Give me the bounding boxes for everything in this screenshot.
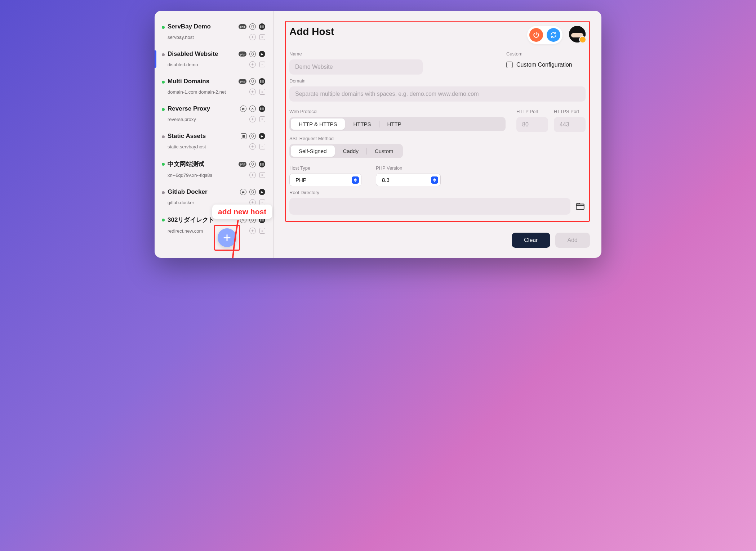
callout-add-new-host: add new host xyxy=(212,205,272,219)
status-dot xyxy=(162,26,165,29)
https-port-label: HTTPS Port xyxy=(554,109,586,114)
custom-config-checkbox[interactable] xyxy=(506,62,513,68)
note-icon[interactable]: ≡ xyxy=(259,144,265,149)
note-icon[interactable]: ≡ xyxy=(259,34,265,40)
play-icon[interactable]: ▶ xyxy=(259,51,265,57)
note-icon[interactable]: ≡ xyxy=(259,89,265,95)
sidebar-host-item[interactable]: ServBay Demophp❚❚servbay.host✦≡ xyxy=(155,18,273,45)
note-icon[interactable]: ≡ xyxy=(259,62,265,67)
host-domain: static.servbay.host xyxy=(168,144,249,149)
https-port-input[interactable] xyxy=(554,117,586,132)
sidebar-host-item[interactable]: Static Assets▦▶static.servbay.host✦≡ xyxy=(155,127,273,155)
protocol-label: Web Protocol xyxy=(289,109,506,114)
chevron-updown-icon xyxy=(352,176,359,184)
note-icon[interactable]: ≡ xyxy=(259,228,265,234)
ssl-segmented: Self-Signed Caddy Custom xyxy=(289,144,403,158)
shield-icon xyxy=(249,23,256,30)
protocol-segmented: HTTP & HTTPS HTTPS HTTP xyxy=(289,117,506,131)
status-dot xyxy=(162,135,165,138)
host-name: Multi Domains xyxy=(168,78,236,85)
pause-icon[interactable]: ❚❚ xyxy=(259,78,265,85)
sidebar: ServBay Demophp❚❚servbay.host✦≡Disabled … xyxy=(155,11,274,258)
pause-icon[interactable]: ❚❚ xyxy=(259,161,265,167)
shield-icon xyxy=(249,51,256,57)
folder-icon[interactable] xyxy=(575,202,586,211)
host-name: Disabled Website xyxy=(168,50,236,58)
compass-icon[interactable]: ✦ xyxy=(249,61,256,68)
domain-label: Domain xyxy=(289,78,586,84)
proxy-icon: ⇄ xyxy=(240,189,246,195)
compass-icon[interactable]: ✦ xyxy=(249,228,256,234)
shield-icon xyxy=(249,78,256,85)
custom-config-label: Custom Configuration xyxy=(516,62,572,68)
php-version-label: PHP Version xyxy=(376,165,441,171)
sidebar-host-item[interactable]: Multi Domainsphp❚❚domain-1.com domain-2.… xyxy=(155,73,273,100)
play-icon[interactable]: ▶ xyxy=(259,133,265,139)
power-icon xyxy=(533,31,540,39)
proxy-icon: ⇄ xyxy=(240,106,246,112)
compass-icon[interactable]: ✦ xyxy=(249,89,256,95)
host-domain: domain-1.com domain-2.net xyxy=(168,89,249,95)
protocol-option-https[interactable]: HTTPS xyxy=(345,118,379,130)
host-domain: disabled.demo xyxy=(168,62,249,67)
footer: Clear Add xyxy=(285,222,590,248)
power-button[interactable] xyxy=(529,28,543,42)
clear-button[interactable]: Clear xyxy=(512,233,550,248)
header-actions xyxy=(527,26,562,44)
pause-icon[interactable]: ❚❚ xyxy=(259,106,265,112)
status-dot xyxy=(162,81,165,84)
host-type-label: Host Type xyxy=(289,165,361,171)
compass-icon[interactable]: ✦ xyxy=(249,172,256,178)
app-window: ServBay Demophp❚❚servbay.host✦≡Disabled … xyxy=(155,11,601,258)
play-icon[interactable]: ▶ xyxy=(259,189,265,195)
user-avatar[interactable] xyxy=(569,26,586,42)
host-name: 中文网站测试 xyxy=(168,160,236,168)
name-input[interactable] xyxy=(289,59,423,75)
note-icon[interactable]: ≡ xyxy=(259,172,265,178)
php-icon: php xyxy=(239,162,246,167)
status-dot xyxy=(162,219,165,221)
http-port-input[interactable] xyxy=(516,117,548,132)
root-directory-input[interactable] xyxy=(289,198,570,215)
php-version-value: 8.3 xyxy=(382,177,390,183)
shield-off-icon: ✕ xyxy=(249,106,256,112)
ssl-option-custom[interactable]: Custom xyxy=(367,145,401,157)
compass-icon[interactable]: ✦ xyxy=(249,116,256,122)
page-title: Add Host xyxy=(289,26,527,37)
domain-input[interactable] xyxy=(289,86,586,102)
callout-text: add new host xyxy=(218,207,266,216)
host-domain: redirect.new.com xyxy=(168,228,249,234)
protocol-option-http[interactable]: HTTP xyxy=(379,118,409,130)
pause-icon[interactable]: ❚❚ xyxy=(259,23,265,30)
host-name: Static Assets xyxy=(168,133,238,140)
protocol-option-both[interactable]: HTTP & HTTPS xyxy=(291,118,345,130)
shield-icon xyxy=(249,189,256,195)
add-button[interactable]: Add xyxy=(555,233,590,248)
sidebar-host-item[interactable]: 中文网站测试php❚❚xn--6qq79v.xn--fiqs8s✦≡ xyxy=(155,155,273,183)
chevron-updown-icon xyxy=(431,176,438,184)
compass-icon[interactable]: ✦ xyxy=(249,34,256,40)
refresh-button[interactable] xyxy=(547,28,560,42)
host-domain: reverse.proxy xyxy=(168,117,249,122)
php-version-select[interactable]: 8.3 xyxy=(376,174,441,186)
sidebar-host-item[interactable]: Reverse Proxy⇄✕❚❚reverse.proxy✦≡ xyxy=(155,100,273,127)
php-icon: php xyxy=(239,24,246,29)
compass-icon[interactable]: ✦ xyxy=(249,143,256,150)
host-domain: xn--6qq79v.xn--fiqs8s xyxy=(168,173,249,178)
form-highlight: Add Host Name Custom xyxy=(285,21,590,222)
custom-label: Custom xyxy=(506,51,586,57)
note-icon[interactable]: ≡ xyxy=(259,116,265,122)
ssl-option-selfsigned[interactable]: Self-Signed xyxy=(291,145,335,157)
host-name: Reverse Proxy xyxy=(168,105,237,112)
shield-icon xyxy=(249,161,256,167)
add-host-button[interactable] xyxy=(218,228,236,247)
host-type-select[interactable]: PHP xyxy=(289,174,361,186)
main-panel: Add Host Name Custom xyxy=(274,11,601,258)
sidebar-host-item[interactable]: Disabled Websitephp▶disabled.demo✦≡ xyxy=(155,45,273,73)
name-label: Name xyxy=(289,51,492,57)
php-icon: php xyxy=(239,51,246,57)
root-label: Root Directory xyxy=(289,190,586,195)
ssl-option-caddy[interactable]: Caddy xyxy=(335,145,366,157)
shield-icon xyxy=(249,133,256,139)
host-name: ServBay Demo xyxy=(168,23,236,30)
